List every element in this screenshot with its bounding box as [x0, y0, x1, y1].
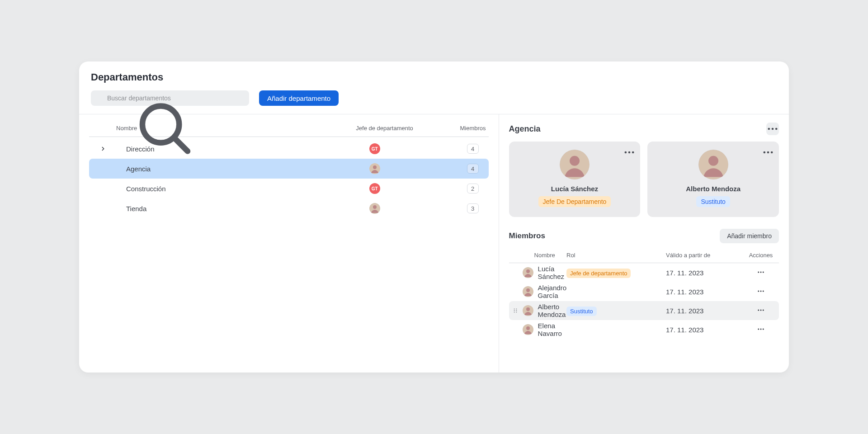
- member-name: Alejandro García: [534, 284, 566, 299]
- person-icon: [523, 286, 533, 297]
- toolbar: Añadir departamento: [91, 90, 777, 106]
- member-count-badge: 3: [467, 203, 479, 213]
- person-icon: [560, 150, 590, 179]
- avatar: [523, 305, 533, 316]
- members-title: Miembros: [509, 231, 545, 241]
- department-row[interactable]: Tienda3: [89, 198, 489, 218]
- members-table-header: Nombre Rol Válido a partir de Acciones: [509, 248, 779, 263]
- detail-title: Agencia: [509, 124, 541, 134]
- department-head-avatar: GT: [369, 143, 380, 154]
- department-head-avatar: [369, 203, 380, 214]
- avatar: [523, 286, 533, 297]
- avatar: [560, 150, 590, 179]
- department-head-avatar: [369, 163, 380, 174]
- add-department-button[interactable]: Añadir departamento: [259, 90, 339, 106]
- card-more-button[interactable]: [762, 146, 774, 159]
- person-icon: [369, 163, 380, 174]
- avatar: [523, 267, 533, 278]
- drag-icon: [512, 307, 519, 314]
- role-tag: Jefe de departamento: [566, 269, 631, 278]
- col-members: Miembros: [434, 125, 489, 132]
- drag-handle[interactable]: [509, 307, 522, 314]
- member-row[interactable]: Alberto MendozaSustituto17. 11. 2023: [509, 301, 779, 320]
- mcol-valid: Válido a partir de: [666, 252, 743, 259]
- card-person-name: Alberto Mendoza: [686, 185, 741, 193]
- member-actions-button[interactable]: [755, 323, 767, 336]
- dots-icon: [757, 268, 765, 276]
- member-valid-from: 17. 11. 2023: [666, 307, 743, 315]
- department-name: Tienda: [126, 205, 146, 212]
- add-member-button[interactable]: Añadir miembro: [720, 229, 779, 243]
- member-valid-from: 17. 11. 2023: [666, 326, 743, 334]
- dots-icon: [623, 118, 636, 186]
- member-row[interactable]: Lucía SánchezJefe de departamento17. 11.…: [509, 263, 779, 282]
- department-name: Agencia: [126, 165, 151, 173]
- departments-panel: Departamentos Añadir departamento Nombre…: [79, 61, 789, 373]
- avatar: [698, 150, 728, 179]
- person-icon: [523, 267, 533, 278]
- member-name: Elena Navarro: [534, 322, 566, 337]
- department-head-avatar: GT: [369, 183, 380, 194]
- member-actions-button[interactable]: [755, 266, 767, 279]
- page-title: Departamentos: [91, 71, 777, 83]
- detail-header: Agencia: [509, 123, 779, 135]
- member-name: Alberto Mendoza: [534, 303, 566, 318]
- person-icon: [369, 203, 380, 214]
- member-count-badge: 4: [467, 144, 479, 154]
- role-tag: Jefe De Departamento: [538, 196, 611, 207]
- avatar: [523, 324, 533, 335]
- member-name: Lucía Sánchez: [534, 265, 566, 280]
- dots-icon: [762, 118, 774, 186]
- mcol-name: Nombre: [534, 252, 566, 259]
- role-tag: Sustituto: [696, 196, 730, 207]
- search-wrap: [91, 90, 249, 106]
- department-row[interactable]: ConstrucciónGT2: [89, 179, 489, 198]
- role-card: Lucía SánchezJefe De Departamento: [509, 142, 641, 217]
- department-detail: Agencia Lucía SánchezJefe De Departament…: [499, 114, 789, 373]
- card-more-button[interactable]: [623, 146, 636, 159]
- member-actions-button[interactable]: [755, 304, 767, 317]
- search-icon: [97, 95, 104, 102]
- member-actions-button[interactable]: [755, 285, 767, 298]
- member-count-badge: 4: [467, 164, 479, 174]
- members-header: Miembros Añadir miembro: [509, 229, 779, 243]
- panel-header: Departamentos Añadir departamento: [79, 61, 789, 114]
- person-icon: [698, 150, 728, 179]
- member-valid-from: 17. 11. 2023: [666, 269, 743, 277]
- member-row[interactable]: Alejandro García17. 11. 2023: [509, 282, 779, 301]
- dots-icon: [757, 325, 765, 333]
- col-head: Jefe de departamento: [335, 125, 434, 132]
- person-icon: [523, 324, 533, 335]
- member-row[interactable]: Elena Navarro17. 11. 2023: [509, 320, 779, 339]
- mcol-role: Rol: [566, 252, 666, 259]
- role-tag: Sustituto: [566, 307, 597, 316]
- person-icon: [523, 305, 533, 316]
- dots-icon: [757, 306, 765, 314]
- department-name: Construcción: [126, 185, 166, 193]
- role-card: Alberto MendozaSustituto: [647, 142, 779, 217]
- member-valid-from: 17. 11. 2023: [666, 288, 743, 296]
- mcol-actions: Acciones: [743, 252, 779, 259]
- card-person-name: Lucía Sánchez: [551, 185, 598, 193]
- dots-icon: [757, 287, 765, 295]
- member-count-badge: 2: [467, 184, 479, 193]
